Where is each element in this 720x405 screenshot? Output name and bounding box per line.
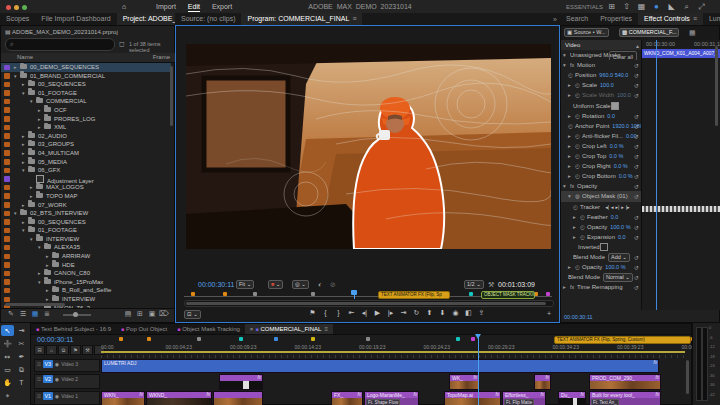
zoom-window-icon[interactable]: [22, 5, 27, 10]
fx-icon[interactable]: fx: [570, 181, 577, 191]
panel-menu-icon[interactable]: ≡: [693, 15, 697, 22]
selection-tool-icon[interactable]: ↖: [1, 325, 14, 336]
ec-value[interactable]: 0.0 %: [610, 143, 624, 149]
label-color-chip[interactable]: [4, 150, 10, 156]
clip[interactable]: Effortless_fxFt. Flip Matte: [502, 391, 546, 405]
label-color-chip[interactable]: [4, 288, 10, 294]
filter-bin-icon[interactable]: ◻: [119, 40, 125, 48]
stopwatch-icon[interactable]: ◴: [575, 161, 582, 171]
label-color-chip[interactable]: [4, 202, 10, 208]
ec-clip-tab[interactable]: ▩ COMMERCIAL_F...: [619, 28, 679, 37]
tree-item[interactable]: ▾01_FOOTAGE: [1, 226, 171, 235]
ec-row-blend-mode[interactable]: Blend ModeNormal ⌄↺: [561, 272, 641, 282]
reset-parameter-icon[interactable]: ↺: [634, 283, 639, 292]
ec-row-crop-right[interactable]: ▸◴Crop Right0.0 %↺: [561, 161, 641, 171]
label-color-chip[interactable]: [4, 271, 10, 277]
label-color-chip[interactable]: [4, 133, 10, 139]
delete-icon[interactable]: ⌦: [158, 310, 170, 318]
ec-row-crop-left[interactable]: ▸◴Crop Left0.0 %↺: [561, 141, 641, 151]
ec-vscrollbar[interactable]: [715, 46, 718, 126]
reset-parameter-icon[interactable]: ↺: [634, 273, 639, 282]
hand-tool-icon[interactable]: ✋: [1, 377, 14, 388]
sort-icon[interactable]: ≣: [41, 310, 53, 318]
go-to-out-button[interactable]: ⇥: [397, 309, 410, 317]
object-select-tool-icon[interactable]: ⧉: [15, 364, 28, 375]
tree-item[interactable]: ▾01_FOOTAGE: [1, 89, 171, 98]
close-window-icon[interactable]: [6, 5, 11, 10]
tree-item[interactable]: ▸00_SEQUENCES: [1, 218, 171, 227]
ec-row-anchor-point[interactable]: ◴Anchor Point1920.0 1080.0↺: [561, 121, 641, 131]
tab-search[interactable]: Search: [560, 13, 594, 25]
reset-parameter-icon[interactable]: ↺: [634, 61, 639, 70]
ec-row-anti-flicker-fil-[interactable]: ▸◴Anti-flicker Fil...0.00↺: [561, 131, 641, 141]
rectangle-tool-icon[interactable]: ▭: [1, 364, 14, 375]
ec-clip-bar[interactable]: WKND_COM_K01_A004_A007_: [642, 49, 720, 58]
ripple-edit-tool-icon[interactable]: ➕: [1, 338, 14, 349]
ec-row-video[interactable]: Video▴: [561, 40, 641, 50]
drag-video-dropdown[interactable]: ⊡ ⌄: [184, 310, 201, 319]
label-color-chip[interactable]: [4, 228, 10, 234]
sequence-marker-icon[interactable]: [191, 292, 195, 296]
label-color-chip[interactable]: [4, 168, 10, 174]
stopwatch-icon[interactable]: ◴: [580, 222, 587, 232]
ec-value[interactable]: 960.0 540.0: [599, 72, 628, 78]
panel-menu-icon[interactable]: ≡: [352, 15, 356, 22]
tab-scopes[interactable]: Scopes: [0, 13, 35, 25]
go-to-in-button[interactable]: ⇤: [345, 309, 358, 317]
tree-item[interactable]: ▾06_GFX: [1, 166, 171, 175]
stopwatch-icon[interactable]: ◴: [575, 151, 582, 161]
play-button[interactable]: ▶: [371, 309, 384, 317]
stopwatch-icon[interactable]: ◴: [575, 111, 582, 121]
panel-grid-icon[interactable]: ▦: [634, 2, 649, 11]
tracker-step-button[interactable]: ▸: [621, 204, 624, 210]
twirl-icon[interactable]: ▸: [568, 90, 575, 100]
home-icon[interactable]: ⌂: [122, 3, 126, 10]
label-color-chip[interactable]: [4, 193, 10, 199]
clip[interactable]: WK_fx: [449, 374, 479, 390]
reset-parameter-icon[interactable]: ↺: [634, 172, 639, 181]
add-marker-button[interactable]: ⚑: [306, 309, 319, 317]
ec-value[interactable]: 100.0 %: [605, 264, 625, 270]
tree-item[interactable]: ▸05_MEDIA: [1, 158, 171, 167]
twirl-icon[interactable]: ▸: [573, 212, 580, 222]
razor-tool-icon[interactable]: ✂: [15, 338, 28, 349]
tab-lumetri-color[interactable]: Lumetri Color: [703, 13, 720, 25]
tab-file-import-dashboard[interactable]: File Import Dashboard: [35, 13, 116, 25]
stopwatch-icon[interactable]: ◴: [580, 232, 587, 242]
proxy-dropdown[interactable]: ■ ⌄: [268, 280, 283, 289]
twirl-icon[interactable]: ▸: [573, 222, 580, 232]
mask-toggle-icon[interactable]: ◐: [318, 281, 322, 288]
label-color-chip[interactable]: [4, 125, 10, 131]
fx-icon[interactable]: fx: [570, 60, 577, 70]
ec-playhead[interactable]: [656, 40, 657, 310]
mark-in-button[interactable]: {: [319, 309, 332, 316]
label-color-chip[interactable]: [4, 211, 10, 217]
tree-item[interactable]: ▸OCF: [1, 106, 171, 115]
blend-mode-dropdown[interactable]: Normal ⌄: [603, 273, 633, 282]
tree-item[interactable]: ▾ALEXA35: [1, 243, 171, 252]
stopwatch-icon[interactable]: ◴: [575, 262, 582, 272]
stopwatch-icon[interactable]: ◴: [568, 70, 575, 80]
ec-value[interactable]: 0.0 %: [609, 153, 623, 159]
program-mini-timeline[interactable]: TEXT ANIMATOR FX (Flip, SpOBJECT MASK TR…: [184, 290, 552, 299]
ec-row-opacity[interactable]: ▸◴Opacity100.0 %↺: [561, 222, 641, 232]
twirl-icon[interactable]: ▸: [568, 262, 575, 272]
menu-import[interactable]: Import: [156, 3, 176, 10]
ec-row-motion[interactable]: ▾fxMotion↺: [561, 60, 641, 70]
tab-program[interactable]: Program: COMMERCIAL_FINAL≡: [241, 13, 362, 25]
step-back-button[interactable]: ◂|: [358, 309, 371, 317]
program-playhead[interactable]: [354, 290, 355, 299]
ec-row-opacity[interactable]: ▸◴Opacity100.0 %↺: [561, 262, 641, 272]
reset-parameter-icon[interactable]: ↺: [634, 233, 639, 242]
stopwatch-icon[interactable]: ◴: [575, 141, 582, 151]
collapse-icon[interactable]: ▴: [636, 41, 639, 50]
ec-row-uniform-scale[interactable]: Uniform Scale: [561, 101, 641, 111]
tree-item[interactable]: ▸04_MULTICAM: [1, 149, 171, 158]
label-color-chip[interactable]: [4, 176, 10, 182]
search-icon[interactable]: ⌕: [679, 2, 694, 12]
twirl-icon[interactable]: ▾: [563, 50, 570, 60]
ec-row-object-mask-01-[interactable]: ▾◍Object Mask (01)↺: [561, 191, 641, 201]
clip[interactable]: LUMETRI ADJfx: [101, 359, 659, 373]
tracker-step-button[interactable]: ▸|: [615, 204, 619, 210]
ec-panel-grid-icon[interactable]: ▦: [689, 29, 696, 37]
